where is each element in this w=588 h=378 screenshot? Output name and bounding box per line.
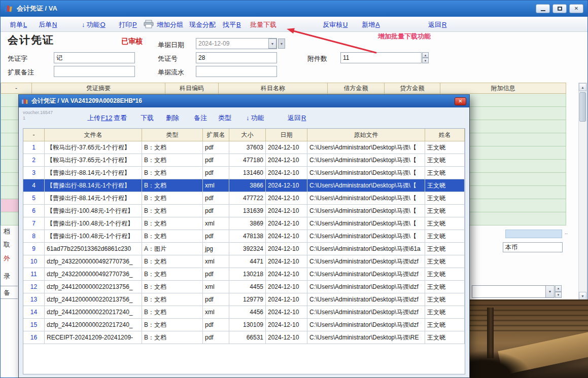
spinner-up-icon[interactable]: ▲ (555, 285, 562, 292)
app-icon (5, 5, 13, 12)
combo-dropdown-icon[interactable]: ▼ (545, 286, 554, 297)
file-row[interactable]: 3【曹操出行-88.14元-1个行程】B：文档pdf1314602024-12-… (23, 167, 465, 179)
attachment-count-input[interactable] (340, 52, 422, 63)
dialog-link-view[interactable]: 查看 (114, 114, 127, 123)
row-number: 6 (23, 205, 45, 217)
scroll-up-button[interactable]: ▲ (579, 83, 586, 91)
toolbar-link-unaudit[interactable]: 反审核U (323, 20, 348, 29)
spinner-down-icon[interactable]: ▼ (555, 292, 562, 298)
file-col-header-5[interactable]: 日期 (266, 129, 307, 141)
voucher-col-header-0[interactable]: - (1, 83, 32, 94)
ext-note-input[interactable] (54, 66, 135, 77)
file-col-header-4[interactable]: 大小 (229, 129, 266, 141)
file-row[interactable]: 11dzfp_24322000000492770736_B：文档pdf13021… (23, 268, 465, 281)
close-icon: ✕ (458, 98, 462, 104)
voucher-col-header-3[interactable]: 科目名称 (219, 83, 328, 94)
toolbar-link-return[interactable]: 返回R (428, 20, 446, 29)
file-row[interactable]: 12dzfp_24412000000220213756_B：文档xml44552… (23, 281, 465, 293)
toolbar-link-add-group[interactable]: 增加分组 (157, 20, 183, 29)
date-dropdown-button[interactable]: ▼ (268, 39, 276, 49)
toolbar-link-functions[interactable]: ↓功能O (82, 20, 106, 29)
currency-field[interactable] (503, 242, 563, 252)
file-row[interactable]: 2【鞍马出行-37.65元-1个行程】B：文档pdf4771802024-12-… (23, 154, 465, 167)
close-button[interactable]: ✕ (569, 4, 583, 13)
voucher-col-header-4[interactable]: 借方金额 (328, 83, 385, 94)
attachment-count-label: 附件数 (307, 54, 327, 63)
file-row[interactable]: 6【曹操出行-100.48元-1个行程】B：文档pdf1316392024-12… (23, 205, 465, 217)
file-row[interactable]: 16RECEIPT-20241209-20241209-B：文档pdf66531… (23, 331, 465, 344)
file-row[interactable]: 10dzfp_24322000000492770736_B：文档xml44712… (23, 255, 465, 268)
attachment-spinner[interactable]: ▲▼ (422, 52, 429, 63)
more-button[interactable]: .. (565, 229, 568, 235)
dialog-link-delete[interactable]: 删除 (166, 114, 179, 123)
file-row[interactable]: 1【鞍马出行-37.65元-1个行程】B：文档pdf376032024-12-1… (23, 141, 465, 154)
toolbar-link-next-doc[interactable]: 后单N (39, 20, 57, 29)
file-col-header-1[interactable]: 文件名 (45, 129, 142, 141)
minimize-button[interactable] (536, 4, 550, 13)
fx-field[interactable] (505, 230, 562, 238)
dialog-titlebar: 会计凭证 / VA VA241209A00028EHB*16 ✕ (19, 95, 469, 107)
file-row[interactable]: 4【曹操出行-88.14元-1个行程】B：文档xml38662024-12-10… (23, 179, 465, 192)
scroll-down-button[interactable]: ▼ (579, 292, 586, 300)
dialog-link-note[interactable]: 备注 (194, 114, 207, 123)
file-cell: B：文档 (142, 306, 203, 319)
row-number: 9 (23, 243, 45, 255)
serial-input[interactable] (196, 66, 277, 77)
dialog-close-button[interactable]: ✕ (455, 97, 466, 105)
file-row[interactable]: 961ad77b225013362d6861c230A：图片jpg3923242… (23, 243, 465, 255)
printer-icon[interactable] (144, 20, 154, 28)
serial-label: 单据流水 (158, 68, 184, 77)
file-cell: 【曹操出行-100.48元-1个行程】 (45, 217, 142, 230)
file-cell: 王文晓 (425, 243, 465, 255)
file-row[interactable]: 14dzfp_24412000000220217240_B：文档xml44562… (23, 306, 465, 319)
file-row[interactable]: 15dzfp_24412000000220217240_B：文档pdf13010… (23, 319, 465, 331)
dialog-link-return[interactable]: 返回R (288, 114, 306, 123)
dialog-link-functions[interactable]: ↓功能 (246, 114, 264, 123)
file-col-header-7[interactable]: 姓名 (425, 129, 465, 141)
maximize-button[interactable] (552, 4, 567, 13)
voucher-col-header-5[interactable]: 贷方金额 (385, 83, 440, 94)
vertical-scrollbar[interactable]: ▲ ▼ (578, 83, 587, 300)
file-cell: C:\Users\Administrator\Desktop\马强\dzf (307, 306, 425, 319)
voucher-col-header-2[interactable]: 科目编码 (165, 83, 219, 94)
file-row[interactable]: 5【曹操出行-88.14元-1个行程】B：文档pdf4777222024-12-… (23, 192, 465, 205)
side-label-1: 取 (4, 240, 10, 249)
spinner-up-icon[interactable]: ▲ (422, 52, 429, 58)
date-calendar-button[interactable]: ▼ (278, 39, 285, 49)
bottom-combobox[interactable]: ▼ (472, 285, 555, 298)
file-cell: 王文晓 (425, 141, 465, 154)
doc-date-input[interactable] (196, 38, 277, 49)
file-col-header-2[interactable]: 类型 (142, 129, 203, 141)
down-arrow-icon: ↓ (246, 114, 250, 122)
scroll-thumb[interactable] (579, 92, 586, 122)
toolbar-link-print[interactable]: 打印P (119, 20, 137, 29)
dialog-link-type[interactable]: 类型 (218, 114, 231, 123)
row-number: 15 (23, 319, 45, 331)
file-cell: pdf (203, 319, 229, 331)
file-cell: xml (203, 179, 229, 192)
voucher-word-input[interactable] (54, 52, 135, 63)
file-cell: B：文档 (142, 217, 203, 230)
combo-spinner[interactable]: ▲▼ (555, 285, 562, 298)
file-col-header-3[interactable]: 扩展名 (203, 129, 229, 141)
file-cell: xml (203, 217, 229, 230)
toolbar-link-balance[interactable]: 找平B (223, 20, 241, 29)
spinner-down-icon[interactable]: ▼ (422, 58, 429, 63)
voucher-col-header-6[interactable]: 附加信息 (440, 83, 566, 94)
toolbar-link-cash-allocation[interactable]: 现金分配 (189, 20, 216, 29)
file-cell: 王文晓 (425, 281, 465, 293)
voucher-no-input[interactable] (196, 52, 277, 63)
voucher-col-header-1[interactable]: 凭证摘要 (32, 83, 165, 94)
dialog-link-download[interactable]: 下载 (141, 114, 154, 123)
toolbar-link-add-new[interactable]: 新增A (362, 20, 380, 29)
dialog-link-upload[interactable]: 上传F12 (87, 114, 112, 123)
file-row[interactable]: 7【曹操出行-100.48元-1个行程】B：文档xml38692024-12-1… (23, 217, 465, 230)
toolbar-link-prev-doc[interactable]: 前单L (10, 20, 27, 29)
file-cell: 【曹操出行-100.48元-1个行程】 (45, 230, 142, 243)
toolbar-link-batch-download[interactable]: 批量下载 (250, 20, 276, 29)
file-col-header-6[interactable]: 原始文件 (307, 129, 425, 141)
file-col-header-0[interactable]: - (23, 129, 45, 141)
file-row[interactable]: 13dzfp_24412000000220213756_B：文档pdf12977… (23, 293, 465, 306)
file-cell: 2024-12-10 (266, 179, 307, 192)
file-row[interactable]: 8【曹操出行-100.48元-1个行程】B：文档pdf4781382024-12… (23, 230, 465, 243)
